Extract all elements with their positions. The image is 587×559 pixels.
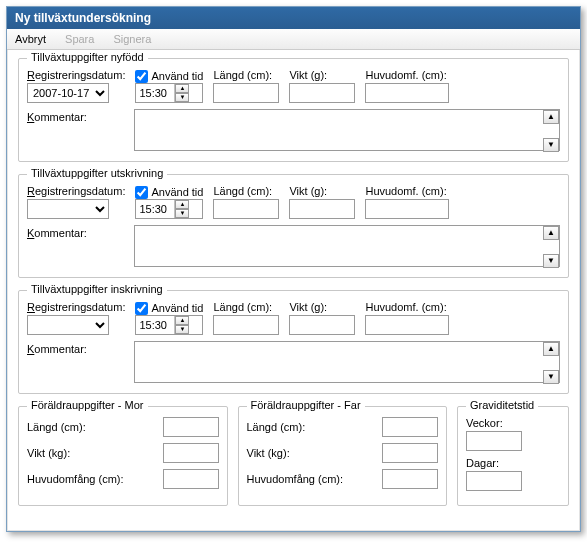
label-regdatum: Registreringsdatum: xyxy=(27,301,125,313)
time-field-inskrivning[interactable] xyxy=(136,316,174,334)
time-spin-down-icon[interactable]: ▼ xyxy=(175,93,189,102)
label-regdatum: Registreringsdatum: xyxy=(27,185,125,197)
label-vikt-mor: Vikt (kg): xyxy=(27,447,70,459)
comment-spin-down-icon[interactable]: ▼ xyxy=(543,370,559,384)
label-huvud: Huvudomf. (cm): xyxy=(365,301,449,313)
textarea-kommentar-utskrivning[interactable] xyxy=(134,225,560,267)
input-vikt-nyfodd[interactable] xyxy=(289,83,355,103)
date-select-nyfodd[interactable]: 2007-10-17 xyxy=(27,83,109,103)
group-title-nyfodd: Tillväxtuppgifter nyfödd xyxy=(27,51,148,63)
content: Tillväxtuppgifter nyfödd Registreringsda… xyxy=(7,50,580,531)
input-langd-nyfodd[interactable] xyxy=(213,83,279,103)
time-spin-down-icon[interactable]: ▼ xyxy=(175,325,189,334)
label-langd: Längd (cm): xyxy=(213,185,279,197)
time-spin-down-icon[interactable]: ▼ xyxy=(175,209,189,218)
input-huvud-far[interactable] xyxy=(382,469,438,489)
label-huvud: Huvudomf. (cm): xyxy=(365,185,449,197)
label-langd-mor: Längd (cm): xyxy=(27,421,86,433)
group-title-far: Föräldrauppgifter - Far xyxy=(247,399,365,411)
time-input-utskrivning[interactable]: ▲ ▼ xyxy=(135,199,203,219)
input-huvud-mor[interactable] xyxy=(163,469,219,489)
label-dagar: Dagar: xyxy=(466,457,560,469)
input-veckor[interactable] xyxy=(466,431,522,451)
input-langd-mor[interactable] xyxy=(163,417,219,437)
label-langd: Längd (cm): xyxy=(213,301,279,313)
checkbox-usetime-inskrivning[interactable] xyxy=(135,302,148,315)
group-inskrivning: Tillväxtuppgifter inskrivning Registreri… xyxy=(18,290,569,394)
time-input-nyfodd[interactable]: ▲ ▼ xyxy=(135,83,203,103)
label-usetime: Använd tid xyxy=(151,186,203,198)
date-select-utskrivning[interactable] xyxy=(27,199,109,219)
group-title-grav: Graviditetstid xyxy=(466,399,538,411)
menu-sign[interactable]: Signera xyxy=(113,33,151,45)
label-regdatum: Registreringsdatum: xyxy=(27,69,125,81)
input-vikt-inskrivning[interactable] xyxy=(289,315,355,335)
window: Ny tillväxtundersökning Avbryt Spara Sig… xyxy=(6,6,581,532)
textarea-kommentar-nyfodd[interactable] xyxy=(134,109,560,151)
group-title-mor: Föräldrauppgifter - Mor xyxy=(27,399,148,411)
label-usetime: Använd tid xyxy=(151,302,203,314)
window-title: Ny tillväxtundersökning xyxy=(7,7,580,29)
label-vikt: Vikt (g): xyxy=(289,301,355,313)
input-langd-far[interactable] xyxy=(382,417,438,437)
input-langd-inskrivning[interactable] xyxy=(213,315,279,335)
label-huvud: Huvudomf. (cm): xyxy=(365,69,449,81)
label-langd: Längd (cm): xyxy=(213,69,279,81)
menu-abort[interactable]: Avbryt xyxy=(15,33,46,45)
label-vikt: Vikt (g): xyxy=(289,185,355,197)
menubar: Avbryt Spara Signera xyxy=(7,29,580,50)
label-vikt: Vikt (g): xyxy=(289,69,355,81)
time-spin-up-icon[interactable]: ▲ xyxy=(175,200,189,209)
time-spin-up-icon[interactable]: ▲ xyxy=(175,316,189,325)
label-huvud-far: Huvudomfång (cm): xyxy=(247,473,344,485)
comment-spin-up-icon[interactable]: ▲ xyxy=(543,110,559,124)
group-title-utskrivning: Tillväxtuppgifter utskrivning xyxy=(27,167,167,179)
checkbox-usetime-nyfodd[interactable] xyxy=(135,70,148,83)
comment-spin-up-icon[interactable]: ▲ xyxy=(543,226,559,240)
label-kommentar: Kommentar: xyxy=(27,341,124,355)
label-huvud-mor: Huvudomfång (cm): xyxy=(27,473,124,485)
comment-spin-down-icon[interactable]: ▼ xyxy=(543,138,559,152)
textarea-kommentar-inskrivning[interactable] xyxy=(134,341,560,383)
input-vikt-far[interactable] xyxy=(382,443,438,463)
comment-spin-down-icon[interactable]: ▼ xyxy=(543,254,559,268)
input-vikt-mor[interactable] xyxy=(163,443,219,463)
group-grav: Graviditetstid Veckor: Dagar: xyxy=(457,406,569,506)
time-field-nyfodd[interactable] xyxy=(136,84,174,102)
checkbox-usetime-utskrivning[interactable] xyxy=(135,186,148,199)
group-title-inskrivning: Tillväxtuppgifter inskrivning xyxy=(27,283,167,295)
input-vikt-utskrivning[interactable] xyxy=(289,199,355,219)
group-mor: Föräldrauppgifter - Mor Längd (cm): Vikt… xyxy=(18,406,228,506)
time-input-inskrivning[interactable]: ▲ ▼ xyxy=(135,315,203,335)
time-field-utskrivning[interactable] xyxy=(136,200,174,218)
label-kommentar: Kommentar: xyxy=(27,225,124,239)
input-langd-utskrivning[interactable] xyxy=(213,199,279,219)
group-utskrivning: Tillväxtuppgifter utskrivning Registreri… xyxy=(18,174,569,278)
date-select-inskrivning[interactable] xyxy=(27,315,109,335)
label-langd-far: Längd (cm): xyxy=(247,421,306,433)
input-huvud-nyfodd[interactable] xyxy=(365,83,449,103)
label-usetime: Använd tid xyxy=(151,70,203,82)
group-nyfodd: Tillväxtuppgifter nyfödd Registreringsda… xyxy=(18,58,569,162)
input-huvud-inskrivning[interactable] xyxy=(365,315,449,335)
label-kommentar: Kommentar: xyxy=(27,109,124,123)
comment-spin-up-icon[interactable]: ▲ xyxy=(543,342,559,356)
time-spin-up-icon[interactable]: ▲ xyxy=(175,84,189,93)
label-veckor: Veckor: xyxy=(466,417,560,429)
input-huvud-utskrivning[interactable] xyxy=(365,199,449,219)
input-dagar[interactable] xyxy=(466,471,522,491)
menu-save[interactable]: Spara xyxy=(65,33,94,45)
label-vikt-far: Vikt (kg): xyxy=(247,447,290,459)
group-far: Föräldrauppgifter - Far Längd (cm): Vikt… xyxy=(238,406,448,506)
